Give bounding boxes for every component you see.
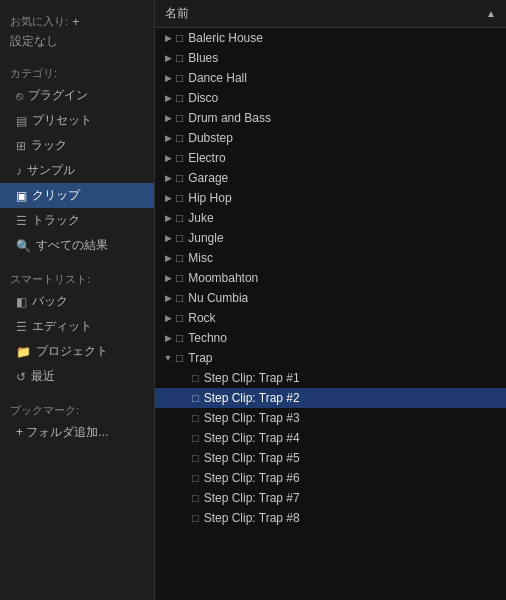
folder-icon: □	[176, 71, 183, 85]
sidebar-item-all[interactable]: 🔍 すべての結果	[0, 233, 154, 258]
sidebar-item-label: ラック	[31, 137, 67, 154]
clip-file-icon: □	[192, 412, 199, 424]
list-item[interactable]: ▶□Baleric House	[155, 28, 506, 48]
sidebar-item-project[interactable]: 📁 プロジェクト	[0, 339, 154, 364]
expand-arrow-icon: ▶	[163, 73, 173, 83]
bookmarks-section-label: ブックマーク:	[0, 397, 154, 420]
clip-icon: ▣	[16, 189, 27, 203]
sidebar-item-clip[interactable]: ▣ クリップ	[0, 183, 154, 208]
list-item[interactable]: □Step Clip: Trap #8	[155, 508, 506, 528]
sidebar-item-preset[interactable]: ▤ プリセット	[0, 108, 154, 133]
item-label: Techno	[188, 331, 227, 345]
expand-arrow-icon: ▶	[163, 113, 173, 123]
sidebar-item-label: クリップ	[32, 187, 80, 204]
list-item[interactable]: ▶□Dance Hall	[155, 68, 506, 88]
clip-file-icon: □	[192, 372, 199, 384]
folder-icon: □	[176, 251, 183, 265]
folder-icon: □	[176, 311, 183, 325]
clip-file-icon: □	[192, 512, 199, 524]
item-label: Nu Cumbia	[188, 291, 248, 305]
list-item[interactable]: □Step Clip: Trap #5	[155, 448, 506, 468]
sidebar-item-label: エディット	[32, 318, 92, 335]
add-folder-label: + フォルダ追加...	[16, 424, 108, 441]
clip-file-icon: □	[192, 492, 199, 504]
list-item[interactable]: □Step Clip: Trap #7	[155, 488, 506, 508]
item-label: Drum and Bass	[188, 111, 271, 125]
folder-icon: □	[176, 331, 183, 345]
item-label: Step Clip: Trap #4	[204, 431, 300, 445]
sidebar-item-track[interactable]: ☰ トラック	[0, 208, 154, 233]
categories-label: カテゴリ:	[10, 66, 57, 81]
folder-icon: □	[176, 111, 183, 125]
clip-file-icon: □	[192, 392, 199, 404]
sidebar-item-label: プロジェクト	[36, 343, 108, 360]
item-label: Step Clip: Trap #3	[204, 411, 300, 425]
item-label: Trap	[188, 351, 212, 365]
sidebar-item-label: すべての結果	[36, 237, 108, 254]
expand-arrow-icon: ▶	[163, 333, 173, 343]
expand-arrow-icon: ▶	[163, 193, 173, 203]
list-item[interactable]: ▶□Jungle	[155, 228, 506, 248]
expand-arrow-icon: ▶	[163, 133, 173, 143]
list-item[interactable]: ▶□Techno	[155, 328, 506, 348]
folder-icon: □	[176, 191, 183, 205]
list-item[interactable]: ▶□Juke	[155, 208, 506, 228]
expand-arrow-icon: ▶	[163, 233, 173, 243]
list-item[interactable]: ▶□Drum and Bass	[155, 108, 506, 128]
sidebar-item-plugin[interactable]: ⎋ プラグイン	[0, 83, 154, 108]
expand-arrow-icon: ▶	[163, 53, 173, 63]
item-label: Electro	[188, 151, 225, 165]
item-label: Blues	[188, 51, 218, 65]
list-item[interactable]: ▶□Rock	[155, 308, 506, 328]
item-label: Disco	[188, 91, 218, 105]
column-name-label: 名前	[165, 5, 481, 22]
sidebar-item-label: バック	[32, 293, 68, 310]
item-label: Hip Hop	[188, 191, 231, 205]
item-label: Dubstep	[188, 131, 233, 145]
item-label: Moombahton	[188, 271, 258, 285]
list-item[interactable]: ▶□Blues	[155, 48, 506, 68]
sidebar-item-back[interactable]: ◧ バック	[0, 289, 154, 314]
smartlists-section-label: スマートリスト:	[0, 266, 154, 289]
sidebar: お気に入り: + 設定なし カテゴリ: ⎋ プラグイン ▤ プリセット ⊞ ラッ…	[0, 0, 155, 600]
folder-icon: □	[176, 351, 183, 365]
favorites-add-button[interactable]: +	[72, 14, 80, 29]
clip-file-icon: □	[192, 472, 199, 484]
list-item[interactable]: □Step Clip: Trap #3	[155, 408, 506, 428]
categories-section-label: カテゴリ:	[0, 60, 154, 83]
add-folder-button[interactable]: + フォルダ追加...	[0, 420, 154, 445]
list-item[interactable]: □Step Clip: Trap #6	[155, 468, 506, 488]
folder-icon: □	[176, 51, 183, 65]
expand-arrow-icon: ▶	[163, 213, 173, 223]
list-item[interactable]: □Step Clip: Trap #4	[155, 428, 506, 448]
list-item[interactable]: ▶□Hip Hop	[155, 188, 506, 208]
sidebar-item-sample[interactable]: ♪ サンプル	[0, 158, 154, 183]
sidebar-item-rack[interactable]: ⊞ ラック	[0, 133, 154, 158]
list-item[interactable]: ▶□Disco	[155, 88, 506, 108]
sidebar-item-label: プラグイン	[28, 87, 88, 104]
main-panel: 名前 ▲ ▶□Baleric House▶□Blues▶□Dance Hall▶…	[155, 0, 506, 600]
sidebar-item-edit[interactable]: ☰ エディット	[0, 314, 154, 339]
folder-icon: □	[176, 271, 183, 285]
sidebar-item-recent[interactable]: ↺ 最近	[0, 364, 154, 389]
folder-icon: □	[176, 91, 183, 105]
item-label: Step Clip: Trap #8	[204, 511, 300, 525]
folder-icon: □	[176, 231, 183, 245]
list-item[interactable]: ▶□Garage	[155, 168, 506, 188]
folder-icon: □	[176, 171, 183, 185]
list-item[interactable]: ▼□Trap	[155, 348, 506, 368]
list-item[interactable]: ▶□Moombahton	[155, 268, 506, 288]
list-item[interactable]: □Step Clip: Trap #2	[155, 388, 506, 408]
sidebar-item-label: 最近	[31, 368, 55, 385]
search-icon: 🔍	[16, 239, 31, 253]
file-list: ▶□Baleric House▶□Blues▶□Dance Hall▶□Disc…	[155, 28, 506, 600]
favorites-label: お気に入り:	[10, 14, 68, 29]
list-item[interactable]: ▶□Dubstep	[155, 128, 506, 148]
track-icon: ☰	[16, 214, 27, 228]
list-item[interactable]: □Step Clip: Trap #1	[155, 368, 506, 388]
list-item[interactable]: ▶□Nu Cumbia	[155, 288, 506, 308]
sort-arrow-icon[interactable]: ▲	[486, 8, 496, 19]
list-item[interactable]: ▶□Misc	[155, 248, 506, 268]
clip-file-icon: □	[192, 452, 199, 464]
list-item[interactable]: ▶□Electro	[155, 148, 506, 168]
